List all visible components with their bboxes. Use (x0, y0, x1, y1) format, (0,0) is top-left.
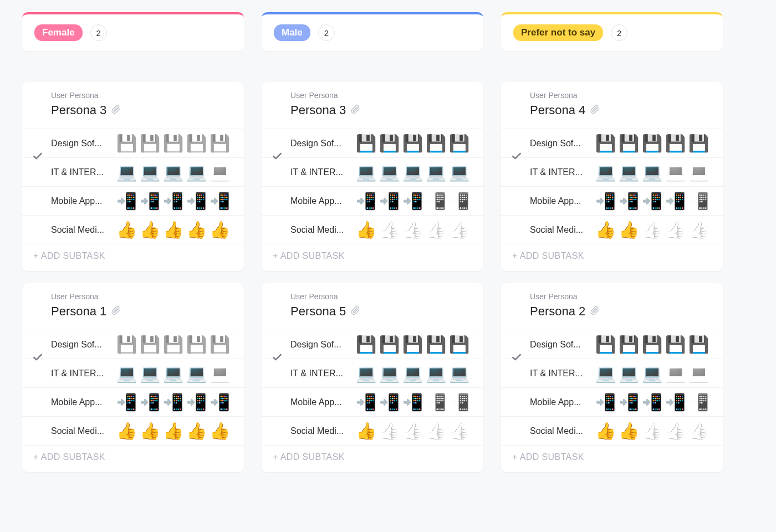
rating-icon[interactable]: 📲 (115, 391, 137, 413)
rating-icon[interactable]: 📲 (617, 190, 640, 212)
rating-icon[interactable]: 💾 (594, 132, 616, 155)
rating-icon[interactable]: 👍 (687, 219, 709, 241)
rating-icons[interactable]: 💾💾💾💾💾 (355, 334, 470, 356)
rating-icon[interactable]: 💾 (355, 132, 377, 155)
rating-icon[interactable]: 📲 (664, 391, 686, 413)
rating-icon[interactable]: 💾 (641, 132, 663, 155)
rating-icon[interactable]: 💾 (594, 334, 616, 356)
rating-icon[interactable]: 📲 (664, 190, 686, 212)
rating-icon[interactable]: 📲 (355, 190, 377, 212)
rating-icon[interactable]: 💾 (617, 132, 640, 155)
rating-icon[interactable]: 📲 (162, 391, 184, 413)
card-title[interactable]: Persona 3 (290, 103, 346, 117)
add-subtask-button[interactable]: + ADD SUBTASK (262, 244, 483, 269)
rating-icon[interactable]: 👍 (355, 219, 377, 241)
rating-icon[interactable]: 💾 (378, 132, 400, 155)
rating-icons[interactable]: 💾💾💾💾💾 (594, 132, 709, 155)
add-subtask-button[interactable]: + ADD SUBTASK (262, 446, 483, 470)
paperclip-icon[interactable] (111, 305, 121, 318)
paperclip-icon[interactable] (590, 305, 600, 318)
rating-icon[interactable]: 💻 (448, 161, 470, 183)
add-subtask-button[interactable]: + ADD SUBTASK (501, 446, 723, 470)
rating-icon[interactable]: 💾 (687, 132, 709, 155)
rating-icon[interactable]: 👍 (401, 219, 423, 241)
breadcrumb[interactable]: User Persona (530, 91, 712, 100)
column-header[interactable]: Male2 (262, 12, 483, 51)
complete-check-icon[interactable] (511, 352, 522, 366)
persona-card[interactable]: User PersonaPersona 3Design Sof...💾💾💾💾💾I… (22, 82, 244, 271)
rating-icon[interactable]: 📲 (139, 190, 161, 212)
rating-icon[interactable]: 💻 (162, 161, 184, 183)
rating-icon[interactable]: 📲 (594, 391, 616, 413)
rating-icons[interactable]: 💻💻💻💻💻 (355, 161, 470, 183)
rating-icon[interactable]: 💻 (425, 362, 447, 385)
rating-icon[interactable]: 👍 (617, 219, 640, 241)
rating-icon[interactable]: 💻 (162, 362, 184, 385)
rating-icon[interactable]: 💻 (594, 362, 616, 385)
card-title[interactable]: Persona 1 (51, 304, 106, 319)
rating-icon[interactable]: 💻 (355, 362, 377, 385)
breadcrumb[interactable]: User Persona (51, 91, 233, 100)
rating-icon[interactable]: 💾 (185, 132, 207, 155)
rating-icon[interactable]: 💾 (687, 334, 709, 356)
rating-icon[interactable]: 💻 (378, 161, 400, 183)
rating-icon[interactable]: 👍 (378, 219, 400, 241)
rating-icon[interactable]: 📲 (448, 190, 470, 212)
rating-icon[interactable]: 💻 (139, 161, 161, 183)
rating-icon[interactable]: 💾 (208, 132, 231, 155)
complete-check-icon[interactable] (511, 151, 522, 165)
rating-icon[interactable]: 💻 (208, 161, 231, 183)
rating-icon[interactable]: 📲 (185, 190, 207, 212)
rating-icon[interactable]: 💾 (139, 132, 161, 155)
persona-card[interactable]: User PersonaPersona 5Design Sof...💾💾💾💾💾I… (262, 283, 483, 472)
rating-icon[interactable]: 💾 (664, 132, 686, 155)
rating-icon[interactable]: 👍 (664, 420, 686, 442)
rating-icons[interactable]: 📲📲📲📲📲 (594, 190, 709, 212)
rating-icon[interactable]: 📲 (641, 391, 663, 413)
rating-icon[interactable]: 💾 (162, 334, 184, 356)
rating-icons[interactable]: 💻💻💻💻💻 (115, 161, 231, 183)
rating-icon[interactable]: 📲 (425, 190, 447, 212)
rating-icon[interactable]: 📲 (355, 391, 377, 413)
complete-check-icon[interactable] (272, 151, 283, 165)
persona-card[interactable]: User PersonaPersona 3Design Sof...💾💾💾💾💾I… (262, 82, 483, 271)
rating-icons[interactable]: 👍👍👍👍👍 (355, 219, 470, 241)
rating-icons[interactable]: 📲📲📲📲📲 (355, 190, 470, 212)
rating-icon[interactable]: 💻 (115, 161, 137, 183)
paperclip-icon[interactable] (350, 104, 360, 116)
column-header[interactable]: Prefer not to say2 (501, 12, 723, 51)
column-header[interactable]: Female2 (22, 12, 244, 51)
breadcrumb[interactable]: User Persona (51, 292, 233, 301)
breadcrumb[interactable]: User Persona (290, 91, 472, 100)
rating-icon[interactable]: 📲 (401, 190, 423, 212)
rating-icon[interactable]: 👍 (425, 420, 447, 442)
rating-icons[interactable]: 👍👍👍👍👍 (115, 420, 231, 442)
rating-icon[interactable]: 💾 (664, 334, 686, 356)
rating-icon[interactable]: 💾 (208, 334, 231, 356)
card-title[interactable]: Persona 2 (530, 304, 585, 319)
rating-icons[interactable]: 📲📲📲📲📲 (115, 190, 231, 212)
card-title[interactable]: Persona 4 (530, 103, 585, 117)
rating-icons[interactable]: 👍👍👍👍👍 (355, 420, 470, 442)
rating-icons[interactable]: 💻💻💻💻💻 (594, 161, 709, 183)
rating-icon[interactable]: 📲 (162, 190, 184, 212)
rating-icon[interactable]: 💻 (185, 161, 207, 183)
complete-check-icon[interactable] (272, 352, 283, 366)
rating-icons[interactable]: 💻💻💻💻💻 (594, 362, 709, 385)
rating-icon[interactable]: 💾 (355, 334, 377, 356)
rating-icon[interactable]: 👍 (378, 420, 400, 442)
rating-icons[interactable]: 👍👍👍👍👍 (594, 219, 709, 241)
rating-icon[interactable]: 📲 (617, 391, 640, 413)
rating-icon[interactable]: 👍 (641, 219, 663, 241)
rating-icon[interactable]: 💻 (617, 161, 640, 183)
column-label-pill[interactable]: Female (34, 24, 83, 41)
rating-icon[interactable]: 💾 (139, 334, 161, 356)
rating-icon[interactable]: 💾 (448, 334, 470, 356)
rating-icon[interactable]: 👍 (185, 420, 207, 442)
rating-icons[interactable]: 💾💾💾💾💾 (115, 132, 231, 155)
rating-icons[interactable]: 💾💾💾💾💾 (355, 132, 470, 155)
rating-icon[interactable]: 👍 (115, 219, 137, 241)
rating-icon[interactable]: 👍 (617, 420, 640, 442)
rating-icon[interactable]: 💾 (162, 132, 184, 155)
rating-icon[interactable]: 👍 (401, 420, 423, 442)
